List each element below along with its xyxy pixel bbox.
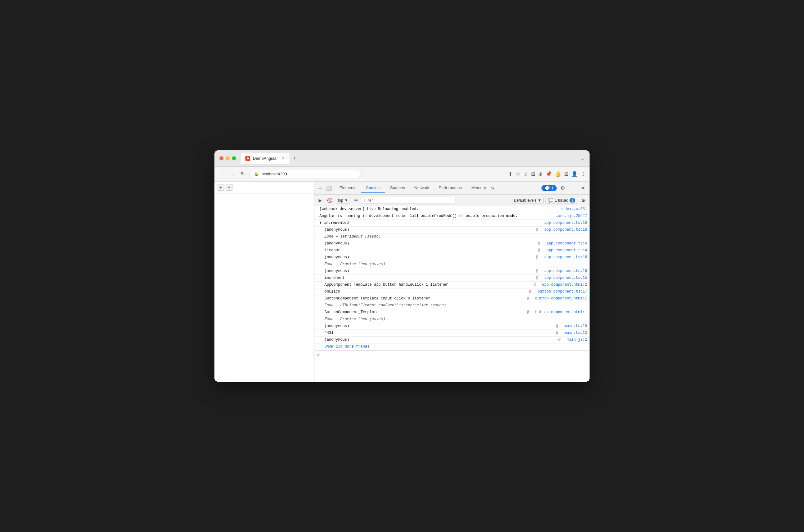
- console-at: @: [523, 289, 531, 294]
- more-options-icon[interactable]: ⋮: [581, 171, 586, 177]
- tab-network[interactable]: Network: [410, 184, 434, 193]
- more-devtools-tabs-button[interactable]: »: [491, 185, 494, 191]
- browser-tab-demongular[interactable]: A DemoAngular ✕: [241, 153, 289, 164]
- share-icon[interactable]: ⬆: [508, 171, 512, 177]
- console-at: @: [552, 338, 560, 342]
- default-levels-button[interactable]: Default levels ▼: [512, 197, 543, 204]
- console-source-link[interactable]: app.component.ts:15: [538, 276, 587, 280]
- page-area: + −: [214, 182, 314, 382]
- console-at: @: [532, 241, 540, 246]
- extension-icon[interactable]: ⊞: [531, 171, 535, 177]
- console-entry: Zone — setTimeout (async): [314, 233, 590, 240]
- devtools-close-icon[interactable]: ✕: [579, 184, 587, 192]
- console-message: (anonymous): [324, 228, 530, 232]
- zoom-in-button[interactable]: +: [217, 184, 225, 191]
- console-content: [webpack-dev-server] Live Reloading enab…: [314, 206, 590, 382]
- console-source-link[interactable]: button.component.html:1: [529, 310, 587, 315]
- console-entry: (anonymous) @ main.js:2: [314, 337, 590, 343]
- console-prompt-input[interactable]: [322, 353, 587, 357]
- zoom-out-button[interactable]: −: [226, 184, 233, 191]
- tab-memory[interactable]: Memory: [467, 184, 491, 193]
- console-source-link[interactable]: button.component.ts:17: [531, 289, 587, 294]
- maximize-traffic-light[interactable]: [232, 156, 236, 160]
- console-filter-input[interactable]: [362, 197, 456, 204]
- reload-button[interactable]: ↻: [240, 170, 246, 178]
- tab-console[interactable]: Console: [361, 184, 385, 193]
- issues-count: 1: [570, 198, 575, 203]
- console-entry: ButtonComponent_Template_input_click_0_l…: [314, 296, 590, 302]
- browser-actions: ⬆ ☆ ☺ ⊞ ⊕ 📌 🔔 ⊞ 👤 ⋮: [508, 171, 586, 177]
- console-at: @: [550, 324, 558, 328]
- devtools-panel: ⊹ ⬜ Elements Console Sources Network Per…: [314, 182, 590, 382]
- new-tab-button[interactable]: +: [291, 155, 299, 162]
- console-right: Default levels ▼ 💬 1 Issue: 1 ⚙: [512, 196, 587, 204]
- console-message: Zone — Promise.then (async): [324, 262, 587, 266]
- console-message: increment: [324, 276, 530, 280]
- execute-icon[interactable]: ▶: [317, 197, 324, 204]
- console-settings-icon[interactable]: ⚙: [580, 197, 587, 204]
- console-source-link[interactable]: button.component.html:1: [529, 296, 587, 301]
- console-source-link[interactable]: main.ts:15: [558, 324, 587, 328]
- clear-console-icon[interactable]: 🚫: [325, 197, 334, 204]
- tab-performance[interactable]: Performance: [434, 184, 466, 193]
- forward-button[interactable]: →: [229, 170, 236, 178]
- back-button[interactable]: ←: [218, 170, 226, 178]
- console-message: 4431: [324, 331, 550, 335]
- console-message: Zone — setTimeout (async): [324, 234, 587, 239]
- console-source-link[interactable]: main.js:2: [560, 338, 587, 342]
- close-traffic-light[interactable]: [219, 156, 224, 160]
- bookmark-icon[interactable]: ☆: [515, 171, 520, 177]
- issues-badge[interactable]: 💬 1 Issue: 1: [545, 196, 578, 204]
- page-toolbar: + −: [214, 182, 314, 193]
- devtools-settings-icon[interactable]: ⚙: [559, 184, 567, 192]
- grid-icon[interactable]: ⊞: [564, 171, 568, 177]
- context-selector[interactable]: top ▼: [336, 197, 350, 204]
- inspect-element-icon[interactable]: ⊹: [317, 184, 324, 192]
- device-emulation-icon[interactable]: ⬜: [325, 184, 333, 192]
- console-entry: ▼ incremented app.component.ts:18: [314, 220, 590, 227]
- tab-elements[interactable]: Elements: [335, 184, 361, 193]
- console-source-link[interactable]: app.component.html:2: [536, 283, 587, 287]
- console-entry: [webpack-dev-server] Live Reloading enab…: [314, 206, 590, 213]
- console-entry: 4431 @ main.ts:13: [314, 330, 590, 337]
- bell-icon[interactable]: 🔔: [555, 171, 561, 177]
- context-label: top: [338, 198, 343, 203]
- console-at: @: [550, 331, 558, 335]
- console-message: onClick: [324, 289, 523, 294]
- extension2-icon[interactable]: ⊕: [538, 171, 542, 177]
- console-entry: Show 234 more frames: [314, 343, 590, 350]
- console-source-link[interactable]: app.component.ts:18: [538, 221, 587, 225]
- show-more-frames-link[interactable]: Show 234 more frames: [324, 344, 369, 349]
- console-message: (anonymous): [324, 241, 532, 246]
- minimize-traffic-light[interactable]: [226, 156, 230, 160]
- console-source-link[interactable]: app.component.ts:4: [540, 241, 587, 246]
- console-at: @: [530, 255, 538, 260]
- console-source-link[interactable]: app.component.ts:16: [538, 255, 587, 260]
- console-source-link[interactable]: index.js:551: [554, 207, 587, 211]
- console-message: (anonymous): [324, 324, 550, 328]
- notifications-badge[interactable]: 💬 1: [541, 185, 557, 191]
- issues-label: 1 Issue:: [555, 198, 568, 203]
- pin-icon[interactable]: 📌: [545, 171, 552, 177]
- window-chevron[interactable]: ⌄: [580, 155, 585, 161]
- face-icon[interactable]: ☺: [523, 171, 528, 177]
- address-input[interactable]: 🔒 localhost:4200: [249, 170, 362, 178]
- console-toolbar: ▶ 🚫 top ▼ 👁 Default levels ▼ 💬 1 Issue:: [314, 195, 590, 206]
- live-expressions-icon[interactable]: 👁: [352, 197, 360, 204]
- devtools-more-options-icon[interactable]: ⋮: [569, 184, 577, 192]
- console-message: Zone — HTMLInputElement.addEventListener…: [324, 303, 587, 308]
- tab-close-button[interactable]: ✕: [282, 156, 285, 161]
- console-source-link[interactable]: core.mjs:25627: [549, 214, 587, 218]
- console-entry: Zone — Promise.then (async): [314, 316, 590, 323]
- notification-count: 1: [551, 186, 554, 190]
- console-source-link[interactable]: main.ts:13: [558, 331, 587, 335]
- console-entry: Zone — HTMLInputElement.addEventListener…: [314, 302, 590, 309]
- context-dropdown-arrow: ▼: [344, 198, 348, 203]
- console-entry: (anonymous) @ app.component.ts:16: [314, 268, 590, 275]
- title-bar: A DemoAngular ✕ + ⌄: [214, 150, 590, 167]
- console-source-link[interactable]: app.component.ts:16: [538, 269, 587, 273]
- tab-sources[interactable]: Sources: [386, 184, 409, 193]
- console-source-link[interactable]: app.component.ts:18: [538, 228, 587, 232]
- console-source-link[interactable]: app.component.ts:4: [540, 248, 587, 252]
- profile-icon[interactable]: 👤: [571, 171, 578, 177]
